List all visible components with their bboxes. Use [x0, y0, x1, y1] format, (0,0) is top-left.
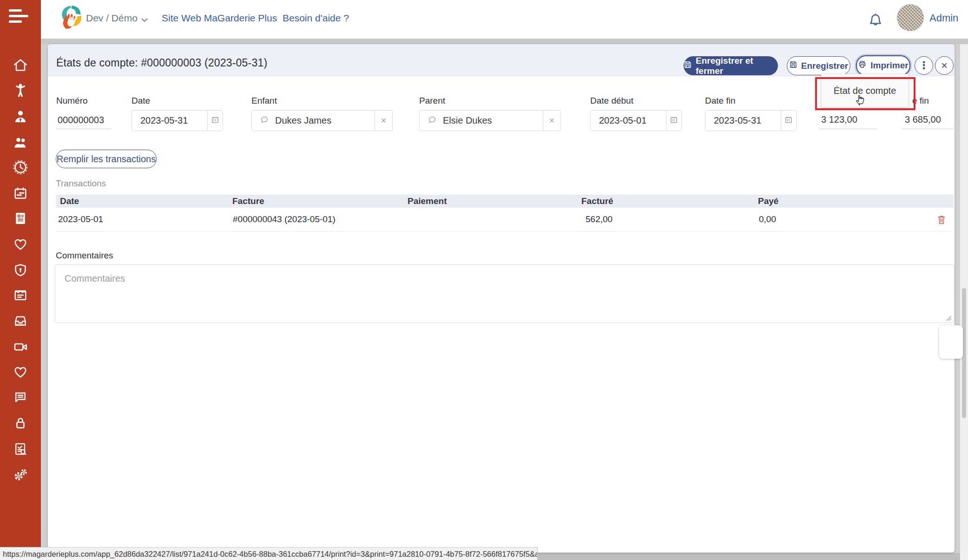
- cell-date: 2023-05-01: [58, 214, 103, 224]
- gears-icon[interactable]: [12, 466, 29, 483]
- date-debut-field[interactable]: [590, 110, 682, 131]
- clear-x-icon: ×: [549, 115, 555, 126]
- date-fin-label: Date fin: [705, 96, 735, 106]
- col-paye: Payé: [758, 196, 778, 206]
- parent-clear-button[interactable]: ×: [543, 111, 560, 131]
- sidebar: [0, 0, 41, 560]
- menu-icon[interactable]: [9, 9, 29, 25]
- parent-input[interactable]: [437, 115, 543, 126]
- numero-underline: [56, 129, 111, 129]
- chat-bubble-icon: [252, 115, 270, 127]
- col-facture-amount: Facturé: [581, 196, 613, 206]
- date-fin-field[interactable]: [705, 110, 797, 131]
- chat-bubble-icon: [420, 115, 437, 127]
- commentaires-label: Commentaires: [56, 250, 113, 261]
- table-row[interactable]: 2023-05-01 #000000043 (2023-05-01) 562,0…: [56, 208, 954, 231]
- calendar-icon[interactable]: [12, 185, 29, 202]
- save-icon: [789, 60, 797, 71]
- report-icon[interactable]: [12, 441, 29, 457]
- solde-debut-underline: [820, 129, 877, 129]
- notifications-bell-icon[interactable]: [866, 9, 885, 32]
- site-web-link[interactable]: Site Web MaGarderie Plus: [162, 13, 277, 24]
- date-calendar-button[interactable]: [207, 111, 223, 131]
- date-field[interactable]: [132, 110, 223, 131]
- people-icon[interactable]: [12, 134, 29, 151]
- enfant-clear-button[interactable]: ×: [375, 111, 392, 131]
- numero-input[interactable]: [57, 114, 112, 126]
- resize-handle-icon[interactable]: [945, 314, 952, 323]
- header-divider: [41, 39, 968, 44]
- cell-facture: #000000043 (2023-05-01): [233, 214, 336, 224]
- calendar-icon: [784, 115, 793, 126]
- date-input[interactable]: [132, 115, 207, 126]
- save-button[interactable]: Enregistrer: [787, 56, 850, 75]
- link-preview-statusbar: https://magarderieplus.com/app_62d86da32…: [0, 547, 538, 560]
- invoice-icon[interactable]: [12, 210, 29, 227]
- delete-row-button[interactable]: [936, 214, 947, 228]
- clear-x-icon: ×: [381, 115, 387, 126]
- col-paiement: Paiement: [408, 196, 447, 206]
- shield-icon[interactable]: [12, 262, 29, 278]
- cell-paye: 0,00: [759, 214, 776, 224]
- save-and-close-button[interactable]: Enregistrer et fermer: [684, 56, 778, 75]
- close-icon: ×: [941, 59, 948, 72]
- status-url: https://magarderieplus.com/app_62d86da32…: [0, 550, 537, 559]
- calendar-icon: [211, 115, 220, 126]
- inbox-icon[interactable]: [12, 312, 29, 329]
- heart2-icon[interactable]: [12, 363, 29, 380]
- print-button[interactable]: Imprimer: [856, 55, 910, 76]
- transactions-section-label: Transactions: [56, 178, 106, 189]
- solde-fin-value: 3 685,00: [905, 114, 941, 125]
- cell-facture-amount: 562,00: [586, 214, 612, 224]
- numero-label: Numéro: [56, 96, 88, 106]
- col-facture: Facture: [232, 196, 264, 206]
- solde-debut-value: 3 123,00: [821, 114, 857, 125]
- app-logo: [58, 4, 85, 33]
- child-icon[interactable]: [12, 82, 29, 99]
- close-button[interactable]: ×: [935, 56, 954, 75]
- heart-icon[interactable]: [12, 236, 29, 252]
- fill-transactions-button[interactable]: Remplir les transactions: [56, 150, 157, 168]
- home-icon[interactable]: [12, 57, 29, 73]
- enfant-label: Enfant: [251, 96, 277, 106]
- enfant-field[interactable]: ×: [251, 110, 393, 131]
- date-debut-calendar-button[interactable]: [666, 111, 681, 131]
- parent-field[interactable]: ×: [419, 110, 561, 131]
- staff-icon[interactable]: [12, 108, 29, 125]
- lock-icon[interactable]: [12, 415, 29, 431]
- mail-icon[interactable]: [12, 287, 29, 303]
- mention-widget[interactable]: [939, 325, 963, 359]
- hand-cursor-icon: [853, 91, 868, 109]
- org-label: Dev / Démo: [86, 13, 138, 23]
- clock-icon[interactable]: [12, 159, 29, 176]
- enfant-input[interactable]: [270, 115, 375, 126]
- chevron-down-icon[interactable]: [141, 16, 148, 24]
- more-actions-button[interactable]: ⋮: [915, 56, 933, 75]
- calendar-icon: [669, 115, 678, 126]
- date-fin-calendar-button[interactable]: [781, 111, 796, 131]
- col-date: Date: [60, 196, 79, 206]
- app-root: Dev / Démo Site Web MaGarderie Plus Beso…: [0, 0, 968, 560]
- commentaires-textarea[interactable]: [55, 265, 954, 323]
- chat-icon[interactable]: [12, 389, 29, 405]
- page-title: États de compte: #000000003 (2023-05-31): [56, 57, 267, 69]
- commentaires-field[interactable]: [55, 264, 955, 323]
- help-link[interactable]: Besoin d'aide ?: [283, 13, 349, 24]
- parent-label: Parent: [419, 96, 445, 106]
- save-icon: [684, 60, 692, 71]
- video-icon[interactable]: [12, 338, 29, 355]
- date-debut-label: Date début: [590, 96, 633, 106]
- transactions-table-header: Date Facture Paiement Facturé Payé: [56, 195, 954, 208]
- user-avatar[interactable]: [897, 4, 924, 31]
- date-fin-input[interactable]: [705, 115, 781, 126]
- org-selector[interactable]: Dev / Démo: [86, 13, 138, 24]
- kebab-icon: ⋮: [919, 59, 929, 72]
- date-label: Date: [132, 96, 150, 106]
- user-name[interactable]: Admin: [929, 12, 958, 24]
- date-debut-input[interactable]: [591, 115, 666, 126]
- printer-icon: [858, 60, 867, 71]
- solde-fin-underline: [902, 129, 954, 129]
